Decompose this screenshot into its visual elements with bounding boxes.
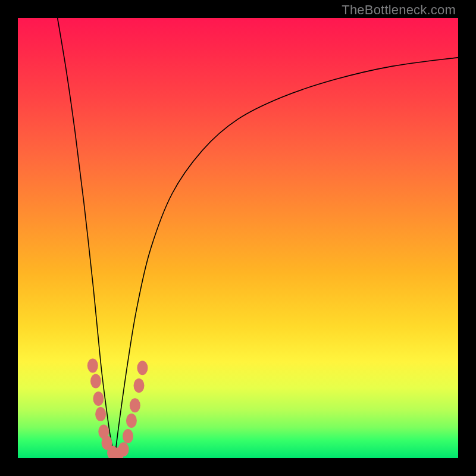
scatter-dot [126, 414, 137, 428]
curve-right-branch [115, 58, 458, 458]
watermark-text: TheBottleneck.com [342, 2, 456, 18]
scatter-dot [130, 398, 140, 412]
scatter-points [87, 359, 148, 458]
scatter-dot [87, 359, 98, 373]
scatter-dot [93, 392, 104, 406]
scatter-dot [118, 442, 129, 456]
scatter-dot [137, 361, 148, 375]
scatter-dot [95, 407, 106, 421]
scatter-dot [90, 374, 101, 389]
plot-area [18, 18, 458, 458]
scatter-dot [123, 429, 133, 443]
scatter-dot [134, 378, 145, 393]
curve-left-branch [58, 18, 115, 458]
chart-frame: TheBottleneck.com [0, 0, 476, 476]
chart-svg [18, 18, 458, 458]
